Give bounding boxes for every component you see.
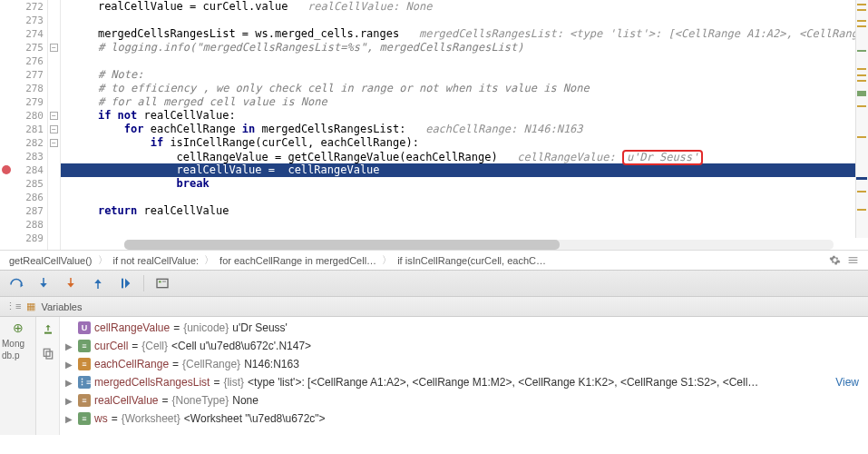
chevron-right-icon: 〉 — [204, 253, 214, 267]
inline-hint: eachCellRange: N146:N163 — [425, 123, 582, 135]
new-watch-icon[interactable]: ⊕ — [9, 319, 27, 337]
step-into-icon[interactable] — [34, 274, 53, 292]
variable-name: ws — [94, 412, 108, 425]
variable-value: <Cell u'\u7ed8\u672c'.N147> — [171, 340, 311, 352]
side-tab[interactable]: Mong — [0, 339, 24, 349]
code-comment: # to efficiency , we only check cell in … — [98, 82, 590, 94]
line-number-gutter: 272 273 274 275 276 277 278 279 280 281 … — [0, 0, 48, 250]
variable-name: realCellValue — [94, 394, 158, 407]
restore-layout-icon[interactable] — [39, 321, 57, 339]
line-number: 275 — [0, 41, 44, 54]
svg-rect-1 — [157, 279, 168, 287]
variables-toolbar — [36, 317, 60, 435]
scrollbar-thumb[interactable] — [124, 240, 560, 250]
line-number: 281 — [0, 123, 44, 136]
chevron-right-icon: 〉 — [382, 253, 392, 267]
code-text: cellRangeValue = getCellRangeValue(eachC… — [177, 151, 498, 163]
variable-type-icon: ≡ — [78, 358, 91, 370]
variable-type-icon: ≡ — [78, 394, 91, 407]
code-text: realCellValue = curCell.value — [98, 0, 288, 13]
chevron-right-icon: 〉 — [98, 253, 108, 267]
code-text: eachCellRange — [143, 123, 241, 135]
step-into-my-code-icon[interactable] — [62, 274, 80, 292]
code-area[interactable]: realCellValue = curCell.value realCellVa… — [61, 0, 868, 250]
current-execution-line: realCellValue = cellRangeValue — [61, 163, 868, 177]
run-to-cursor-icon[interactable] — [116, 274, 134, 292]
keyword: if — [151, 136, 163, 149]
line-number: 272 — [0, 0, 44, 14]
error-stripe[interactable] — [855, 0, 868, 238]
variables-title: Variables — [41, 301, 82, 312]
line-number: 273 — [0, 14, 44, 27]
variables-panel-header: ⋮≡ ▦ Variables — [0, 297, 868, 317]
variable-name: cellRangeValue — [94, 321, 170, 334]
svg-rect-4 — [44, 332, 52, 334]
variable-row[interactable]: ▶ ≡ ws = {Worksheet} <Worksheet "\u7ed8\… — [60, 410, 868, 428]
keyword: if not — [98, 109, 137, 122]
step-over-icon[interactable] — [7, 274, 25, 292]
fold-minus-icon[interactable]: − — [50, 112, 58, 120]
svg-rect-3 — [162, 281, 166, 281]
tree-arrow-icon[interactable]: ▶ — [65, 396, 74, 406]
debug-toolbar — [0, 270, 868, 297]
code-text: mergedCellsRangesList = ws.merged_cells.… — [98, 27, 399, 40]
fold-minus-icon[interactable]: − — [50, 139, 58, 147]
variable-row[interactable]: ▶ ≡ curCell = {Cell} <Cell u'\u7ed8\u672… — [60, 337, 868, 355]
line-number: 283 — [0, 150, 44, 163]
debug-side-tabs: ⊕ Mong db.p — [0, 317, 36, 435]
variable-row[interactable]: ▶ ⋮≡ mergedCellsRangesList = {list} <typ… — [60, 373, 868, 391]
breadcrumb-item[interactable]: if not realCellValue: — [113, 255, 200, 266]
tree-arrow-icon[interactable]: ▶ — [65, 414, 74, 424]
step-out-icon[interactable] — [89, 274, 107, 292]
variable-type-icon: ⋮≡ — [78, 376, 91, 389]
variable-row[interactable]: U cellRangeValue = {unicode} u'Dr Seuss' — [60, 319, 868, 337]
fold-gutter: − − − − — [48, 0, 61, 250]
evaluate-expression-icon[interactable] — [153, 274, 171, 292]
line-number: 286 — [0, 191, 44, 204]
variable-type: {Cell} — [141, 340, 168, 352]
editor-area: 272 273 274 275 276 277 278 279 280 281 … — [0, 0, 868, 250]
line-number: 277 — [0, 68, 44, 82]
tree-arrow-icon[interactable]: ▶ — [65, 378, 74, 388]
breadcrumb-item[interactable]: for eachCellRange in mergedCell… — [219, 255, 376, 266]
fold-minus-icon[interactable]: − — [50, 44, 58, 52]
copy-icon[interactable] — [39, 344, 57, 362]
code-text: mergedCellsRangesList: — [255, 123, 405, 135]
variable-value: <type 'list'>: [<CellRange A1:A2>, <Cell… — [248, 376, 758, 389]
line-number: 280 — [0, 109, 44, 123]
line-number: 282 — [0, 136, 44, 150]
variable-type-icon: ≡ — [78, 340, 91, 352]
variables-tree[interactable]: U cellRangeValue = {unicode} u'Dr Seuss'… — [60, 317, 868, 435]
gear-icon[interactable] — [828, 254, 841, 267]
code-text: realCellValue: — [137, 109, 235, 122]
variable-name: eachCellRange — [94, 358, 169, 370]
svg-rect-0 — [122, 279, 123, 289]
code-comment: # logging.info("mergedCellsRangesList=%s… — [98, 41, 524, 54]
breakpoint-icon[interactable] — [2, 165, 11, 174]
breadcrumb-bar: getRealCellValue() 〉 if not realCellValu… — [0, 250, 868, 270]
tree-arrow-icon[interactable]: ▶ — [65, 341, 74, 351]
variable-row[interactable]: ▶ ≡ eachCellRange = {CellRange} N146:N16… — [60, 355, 868, 373]
view-link[interactable]: View — [835, 376, 868, 389]
fold-minus-icon[interactable]: − — [50, 125, 58, 133]
variable-type: {list} — [223, 376, 244, 389]
variable-type-icon: U — [78, 321, 91, 334]
line-number: 289 — [0, 232, 44, 245]
variable-row[interactable]: ▶ ≡ realCellValue = {NoneType} None — [60, 391, 868, 410]
menu-icon[interactable] — [846, 254, 859, 267]
variable-type-icon: ≡ — [78, 412, 91, 425]
inline-hint: realCellValue: None — [307, 0, 432, 13]
inline-hint: mergedCellsRangesList: <type 'list'>: [<… — [419, 27, 868, 40]
variable-name: mergedCellsRangesList — [94, 376, 210, 389]
horizontal-scrollbar[interactable] — [124, 240, 834, 250]
side-tab[interactable]: db.p — [0, 350, 19, 360]
code-text: realCellValue = cellRangeValue — [177, 163, 380, 176]
equals: = — [173, 321, 180, 334]
breadcrumb-item[interactable]: if isInCellRange(curCell, eachC… — [397, 255, 546, 266]
keyword: break — [177, 177, 210, 190]
highlighted-value: u'Dr Seuss' — [622, 150, 703, 165]
menu-icon[interactable]: ⋮≡ — [5, 301, 21, 312]
breadcrumb-item[interactable]: getRealCellValue() — [9, 255, 93, 266]
tree-arrow-icon[interactable]: ▶ — [65, 360, 74, 370]
variable-value: N146:N163 — [244, 358, 299, 370]
